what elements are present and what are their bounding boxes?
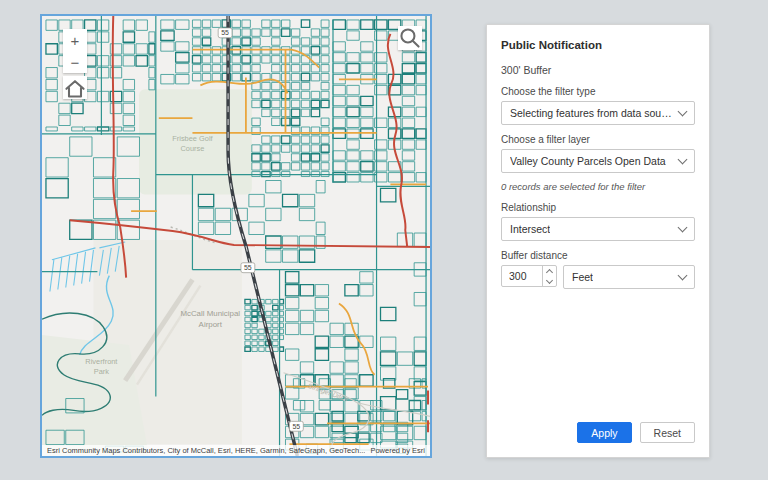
buffer-heading: 300' Buffer — [501, 64, 695, 76]
svg-text:Riverfront: Riverfront — [85, 357, 117, 366]
map-canvas[interactable]: 55 55 55 Frisbee Golf Course McCall Muni… — [42, 16, 430, 456]
svg-text:55: 55 — [221, 29, 229, 36]
apply-button[interactable]: Apply — [577, 422, 631, 443]
panel-actions: Apply Reset — [501, 422, 695, 443]
chevron-down-icon — [678, 223, 688, 233]
highway-shield: 55 — [241, 263, 255, 273]
number-stepper — [542, 266, 556, 286]
app-window: 55 55 55 Frisbee Golf Course McCall Muni… — [0, 0, 768, 480]
relationship-label: Relationship — [501, 202, 695, 213]
map-attribution: Esri Community Maps Contributors, City o… — [42, 445, 430, 456]
search-icon — [398, 26, 422, 50]
chevron-down-icon — [678, 107, 688, 117]
relationship-value: Intersect — [510, 223, 550, 235]
svg-text:Park: Park — [94, 367, 110, 376]
zoom-control: + − — [63, 29, 87, 73]
stepper-up-button[interactable] — [543, 266, 556, 276]
search-button[interactable] — [398, 26, 422, 50]
chevron-up-icon — [546, 268, 553, 275]
svg-text:55: 55 — [293, 423, 301, 430]
buffer-distance-input[interactable] — [502, 266, 542, 286]
highway-shield: 55 — [289, 421, 303, 431]
home-button[interactable] — [63, 76, 87, 100]
chevron-down-icon — [678, 155, 688, 165]
filter-layer-value: Valley County Parcels Open Data — [510, 155, 666, 167]
public-notification-panel: Public Notification 300' Buffer Choose t… — [486, 24, 710, 458]
home-control — [63, 76, 87, 99]
map-widget[interactable]: 55 55 55 Frisbee Golf Course McCall Muni… — [40, 14, 432, 458]
powered-by-esri: Powered by Esri — [370, 446, 425, 455]
zoom-out-button[interactable]: − — [63, 51, 87, 73]
svg-text:McCall Municipal: McCall Municipal — [180, 309, 240, 318]
home-icon — [63, 76, 87, 100]
relationship-select[interactable]: Intersect — [501, 217, 695, 241]
buffer-distance-row: Feet — [501, 265, 695, 289]
filter-layer-label: Choose a filter layer — [501, 134, 695, 145]
zoom-in-button[interactable]: + — [63, 29, 87, 51]
reset-button[interactable]: Reset — [640, 422, 695, 443]
filter-layer-select[interactable]: Valley County Parcels Open Data — [501, 149, 695, 173]
chevron-down-icon — [546, 276, 553, 283]
filter-type-label: Choose the filter type — [501, 86, 695, 97]
buffer-unit-value: Feet — [572, 271, 593, 283]
records-selected-hint: 0 records are selected for the filter — [501, 181, 695, 192]
buffer-unit-select[interactable]: Feet — [563, 265, 695, 289]
search-control — [398, 26, 422, 50]
svg-text:Course: Course — [181, 144, 205, 153]
buffer-distance-label: Buffer distance — [501, 250, 695, 261]
buffer-distance-field — [501, 265, 557, 287]
panel-title: Public Notification — [501, 39, 695, 51]
svg-text:Airport: Airport — [199, 320, 223, 329]
svg-text:Frisbee Golf: Frisbee Golf — [172, 134, 213, 143]
filter-type-value: Selecting features from data source — [510, 107, 673, 119]
filter-type-select[interactable]: Selecting features from data source — [501, 101, 695, 125]
stepper-down-button[interactable] — [543, 276, 556, 286]
highway-shield: 55 — [218, 28, 232, 38]
attribution-sources: Esri Community Maps Contributors, City o… — [47, 446, 365, 455]
svg-text:55: 55 — [244, 264, 252, 271]
chevron-down-icon — [678, 271, 688, 281]
